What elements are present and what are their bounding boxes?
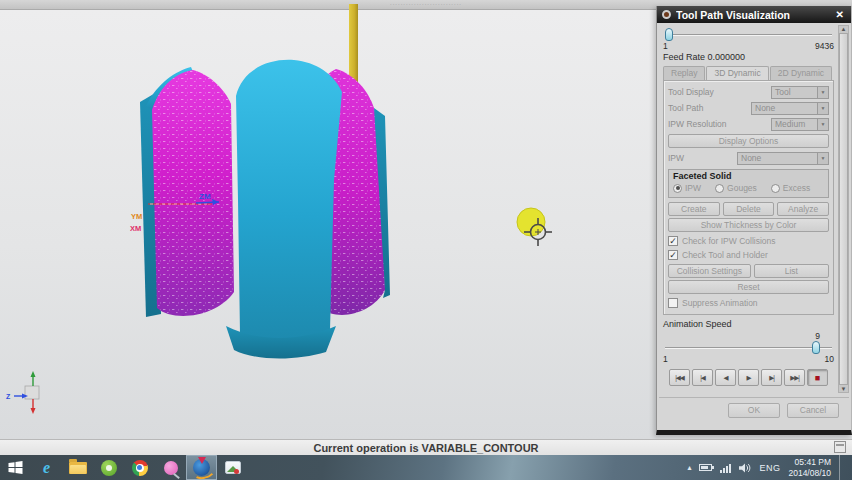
nx-app-icon — [193, 459, 210, 476]
taskbar-item-internet-explorer[interactable]: e — [31, 455, 62, 480]
check-ipw-collisions-row[interactable]: ✓ Check for IPW Collisions — [668, 234, 829, 248]
stop-button[interactable]: ■ — [807, 369, 828, 386]
speed-max: 10 — [825, 354, 834, 364]
toolpath-progress-slider[interactable] — [663, 27, 834, 41]
mcs-axis-label-xm: XM — [130, 224, 141, 233]
mcs-axis-label-zm: ZM — [199, 192, 211, 201]
scrollbar-thumb[interactable] — [839, 33, 848, 385]
wcs-z-label: Z — [6, 393, 11, 400]
check-ipw-collisions-label: Check for IPW Collisions — [682, 236, 776, 246]
check-tool-holder-row[interactable]: ✓ Check Tool and Holder — [668, 248, 829, 262]
tool-path-value: None — [755, 103, 775, 113]
reset-button[interactable]: Reset — [668, 280, 829, 294]
taskbar-item-file-explorer[interactable] — [62, 455, 93, 480]
ipw-dropdown[interactable]: None ▼ — [737, 152, 829, 165]
dialog-title: Tool Path Visualization — [676, 9, 829, 21]
radio-icon — [673, 184, 682, 193]
scroll-down-icon[interactable]: ▼ — [841, 386, 847, 392]
show-thickness-by-color-button[interactable]: Show Thickness by Color — [668, 218, 829, 232]
tab-2d-dynamic[interactable]: 2D Dynamic — [770, 66, 832, 80]
slider-min: 1 — [663, 41, 668, 52]
checkbox-checked-icon[interactable]: ✓ — [668, 236, 678, 246]
tool-display-value: Tool — [775, 87, 791, 97]
radio-icon — [771, 184, 780, 193]
part-center-band — [236, 60, 342, 345]
screen: ··························· — [0, 0, 852, 480]
collision-settings-button[interactable]: Collision Settings — [668, 264, 751, 278]
internet-explorer-icon: e — [43, 461, 50, 475]
cancel-button[interactable]: Cancel — [787, 403, 839, 418]
taskbar-item-nx-active[interactable] — [186, 455, 217, 480]
taskbar-item-photo-viewer[interactable] — [217, 455, 248, 480]
ipw-resolution-dropdown[interactable]: Medium ▼ — [771, 118, 829, 131]
checkbox-unchecked-icon[interactable] — [668, 298, 678, 308]
clock-time: 05:41 PM — [788, 457, 831, 468]
show-desktop-button[interactable] — [839, 455, 844, 480]
mcs-axis-label-ym: YM — [131, 212, 142, 221]
radio-gouges[interactable]: Gouges — [715, 183, 757, 193]
play-forward-button[interactable]: ▶ — [738, 369, 759, 386]
checkbox-checked-icon[interactable]: ✓ — [668, 250, 678, 260]
go-to-end-button[interactable]: ▶▶| — [784, 369, 805, 386]
radio-ipw[interactable]: IPW — [673, 183, 701, 193]
ok-button[interactable]: OK — [728, 403, 780, 418]
show-hidden-icons-button[interactable]: ▴ — [687, 463, 691, 472]
dynamic-options-group: Tool Display Tool ▼ Tool Path None ▼ IPW… — [663, 80, 834, 315]
status-bar: Current operation is VARIABLE_CONTOUR — [0, 439, 852, 455]
tool-path-dropdown[interactable]: None ▼ — [751, 102, 829, 115]
step-back-button[interactable]: |◀ — [692, 369, 713, 386]
taskbar-item-chrome[interactable] — [124, 455, 155, 480]
animation-speed-slider[interactable]: 9 1 10 — [663, 331, 834, 367]
start-button[interactable] — [0, 455, 31, 480]
suppress-animation-row[interactable]: Suppress Animation — [668, 296, 829, 310]
chevron-down-icon[interactable]: ▼ — [817, 87, 828, 98]
chevron-down-icon[interactable]: ▼ — [817, 119, 828, 130]
ipw-value: None — [741, 153, 761, 163]
speaker-icon[interactable] — [739, 463, 751, 473]
feed-rate-label: Feed Rate 0.000000 — [663, 52, 834, 65]
dialog-gear-icon — [662, 10, 671, 19]
play-backward-button[interactable]: ◀ — [715, 369, 736, 386]
display-options-button[interactable]: Display Options — [668, 134, 829, 148]
slider-thumb[interactable] — [812, 341, 820, 354]
animation-speed-label: Animation Speed — [663, 319, 834, 331]
list-button[interactable]: List — [754, 264, 829, 278]
network-signal-icon[interactable] — [720, 463, 731, 473]
analyze-button[interactable]: Analyze — [777, 202, 829, 216]
tool-display-dropdown[interactable]: Tool ▼ — [771, 86, 829, 99]
tool-path-visualization-dialog: Tool Path Visualization ✕ 1 9436 Feed Ra… — [656, 6, 852, 435]
taskbar-item-capture-tool[interactable] — [155, 455, 186, 480]
ipw-left-blade-speckle — [152, 70, 234, 316]
radio-ipw-label: IPW — [685, 183, 701, 193]
suppress-animation-label: Suppress Animation — [682, 298, 758, 308]
animation-speed-value: 9 — [815, 331, 820, 341]
language-indicator[interactable]: ENG — [759, 463, 780, 473]
green-shield-icon — [101, 460, 117, 476]
chevron-down-icon[interactable]: ▼ — [817, 153, 828, 164]
close-icon[interactable]: ✕ — [834, 9, 846, 20]
radio-excess[interactable]: Excess — [771, 183, 810, 193]
create-button[interactable]: Create — [668, 202, 720, 216]
taskbar-clock[interactable]: 05:41 PM 2014/08/10 — [788, 457, 831, 478]
radio-gouges-label: Gouges — [727, 183, 757, 193]
viewport-3d-scene[interactable]: ZM YM XM Z — [0, 0, 656, 439]
status-bar-corner-icon[interactable] — [834, 441, 846, 453]
tab-3d-dynamic[interactable]: 3D Dynamic — [706, 66, 768, 80]
dialog-content: 1 9436 Feed Rate 0.000000 Replay 3D Dyna… — [659, 23, 837, 395]
battery-icon[interactable] — [699, 464, 712, 471]
radio-icon — [715, 184, 724, 193]
dialog-scrollbar[interactable]: ▲ ▼ — [838, 25, 849, 393]
taskbar-item-safety-app[interactable] — [93, 455, 124, 480]
go-to-start-button[interactable]: |◀◀ — [669, 369, 690, 386]
folder-icon — [69, 462, 87, 474]
tab-replay[interactable]: Replay — [663, 66, 705, 80]
radio-excess-label: Excess — [783, 183, 810, 193]
scroll-up-icon[interactable]: ▲ — [841, 26, 847, 32]
tool-display-label: Tool Display — [668, 87, 714, 97]
status-message: Current operation is VARIABLE_CONTOUR — [313, 442, 538, 454]
chevron-down-icon[interactable]: ▼ — [817, 103, 828, 114]
dialog-title-bar[interactable]: Tool Path Visualization ✕ — [657, 6, 851, 23]
slider-thumb[interactable] — [665, 28, 673, 41]
delete-button[interactable]: Delete — [723, 202, 775, 216]
step-forward-button[interactable]: ▶| — [761, 369, 782, 386]
